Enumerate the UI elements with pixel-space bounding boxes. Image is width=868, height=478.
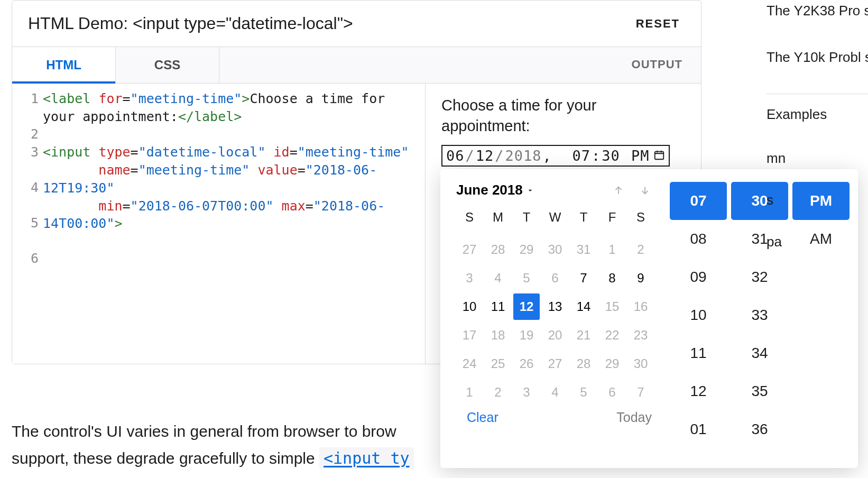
panel-header: HTML Demo: <input type="datetime-local">… — [12, 1, 701, 47]
minute-option[interactable]: 34 — [731, 334, 788, 372]
calendar-day: 6 — [542, 265, 568, 291]
calendar-day: 27 — [456, 236, 483, 263]
calendar-day: 6 — [599, 379, 625, 406]
calendar-dow: S — [456, 210, 483, 234]
calendar-day: 30 — [627, 351, 654, 377]
hour-option[interactable]: 08 — [670, 220, 727, 258]
calendar-day[interactable]: 14 — [570, 293, 597, 320]
calendar-day: 18 — [485, 322, 511, 348]
calendar-day: 4 — [485, 265, 511, 291]
next-month-button[interactable] — [638, 183, 652, 197]
calendar-day: 26 — [513, 351, 540, 377]
datetime-input[interactable]: 06/12/2018, 07:30 PM — [441, 145, 670, 167]
hour-column[interactable]: 07080910111201 — [670, 182, 727, 468]
reset-button[interactable]: RESET — [636, 17, 680, 31]
minute-option[interactable]: 35 — [731, 372, 788, 410]
calendar-day: 28 — [485, 236, 511, 263]
dt-year[interactable]: 2018 — [505, 148, 542, 164]
calendar-day: 2 — [485, 379, 511, 406]
calendar-day: 5 — [570, 379, 597, 406]
calendar-day: 29 — [599, 351, 625, 377]
minute-option[interactable]: 36 — [731, 410, 788, 448]
calendar-day: 21 — [570, 322, 597, 348]
calendar-day: 3 — [456, 265, 483, 291]
dt-hour[interactable]: 07 — [572, 148, 590, 164]
hour-option[interactable]: 11 — [670, 334, 727, 372]
dt-month[interactable]: 06 — [446, 148, 465, 164]
toc-item[interactable]: The Y10k Probl side) — [767, 47, 868, 68]
calendar-day: 22 — [599, 322, 625, 348]
calendar-day[interactable]: 11 — [485, 293, 511, 320]
calendar-month-select[interactable]: June 2018 — [456, 182, 534, 198]
tab-css[interactable]: CSS — [116, 47, 219, 83]
calendar-dow: M — [485, 210, 511, 234]
input-type-link[interactable]: <input ty — [319, 447, 414, 469]
calendar-day: 28 — [570, 351, 597, 377]
calendar-dow: S — [627, 210, 654, 234]
calendar-day: 2 — [627, 236, 654, 263]
article-body: The control's UI varies in general from … — [12, 418, 593, 472]
calendar-day: 27 — [542, 351, 568, 377]
calendar-day: 25 — [485, 351, 511, 377]
minute-option[interactable]: 32 — [731, 258, 788, 296]
calendar-day[interactable]: 9 — [627, 265, 654, 291]
calendar-day: 19 — [513, 322, 540, 348]
toc-sidebar: The Y2K38 Pro server-side) The Y10k Prob… — [767, 0, 868, 250]
calendar-day: 30 — [542, 236, 568, 263]
calendar-day: 20 — [542, 322, 568, 348]
calendar-day: 5 — [513, 265, 540, 291]
minute-option[interactable]: 33 — [731, 296, 788, 334]
calendar-day: 1 — [456, 379, 483, 406]
chevron-down-icon — [526, 182, 534, 198]
line-gutter: 1 2 3 4 5 6 — [12, 84, 43, 364]
panel-title: HTML Demo: <input type="datetime-local"> — [28, 14, 353, 33]
hour-option[interactable]: 01 — [670, 410, 727, 448]
calendar-dow: T — [570, 210, 597, 234]
calendar-day[interactable]: 8 — [599, 265, 625, 291]
calendar-day[interactable]: 12 — [513, 293, 540, 320]
calendar-dow: F — [599, 210, 625, 234]
calendar-dow: T — [513, 210, 540, 234]
calendar-day: 24 — [456, 351, 483, 377]
calendar-day: 16 — [627, 293, 654, 320]
calendar-icon[interactable] — [653, 148, 665, 164]
calendar-day: 29 — [513, 236, 540, 263]
svg-rect-0 — [655, 152, 664, 160]
output-heading: OUTPUT — [632, 58, 682, 71]
tab-html[interactable]: HTML — [12, 47, 116, 83]
hour-option[interactable]: 10 — [670, 296, 727, 334]
calendar-day[interactable]: 10 — [456, 293, 483, 320]
calendar-day: 23 — [627, 322, 654, 348]
hour-option[interactable]: 07 — [670, 182, 727, 220]
form-label: Choose a time for your appointment: — [441, 95, 685, 136]
calendar-day: 4 — [542, 379, 568, 406]
prev-month-button[interactable] — [612, 183, 625, 197]
today-button[interactable]: Today — [616, 410, 652, 425]
dt-ampm[interactable]: PM — [631, 148, 650, 164]
code-content[interactable]: <label for="meeting-time">Choose a time … — [43, 84, 425, 364]
calendar-day[interactable]: 13 — [542, 293, 568, 320]
hour-option[interactable]: 12 — [670, 372, 727, 410]
calendar-day: 1 — [599, 236, 625, 263]
hour-option[interactable]: 09 — [670, 258, 727, 296]
calendar-grid: SMTWTFS272829303112345678910111213141516… — [456, 210, 657, 406]
toc-item[interactable]: Examples — [767, 104, 868, 125]
tab-bar: HTML CSS OUTPUT — [12, 47, 701, 84]
calendar-day[interactable]: 7 — [570, 265, 597, 291]
dt-minute[interactable]: 30 — [602, 148, 620, 164]
calendar-day: 15 — [599, 293, 625, 320]
calendar-dow: W — [542, 210, 568, 234]
calendar-day: 31 — [570, 236, 597, 263]
calendar-day: 3 — [513, 379, 540, 406]
dt-day[interactable]: 12 — [476, 148, 494, 164]
calendar-day: 17 — [456, 322, 483, 348]
calendar-day: 7 — [627, 379, 654, 406]
code-editor[interactable]: 1 2 3 4 5 6 <label for="meeting-time">Ch… — [12, 84, 426, 364]
toc-item[interactable]: The Y2K38 Pro server-side) — [767, 0, 868, 21]
